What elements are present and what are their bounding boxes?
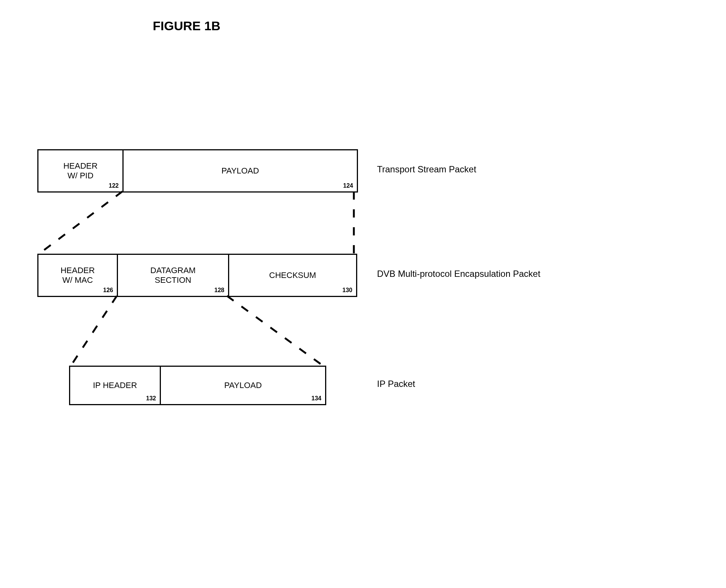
svg-line-3: [227, 296, 323, 366]
box-header-pid: HEADER W/ PID 122: [37, 149, 124, 193]
svg-line-2: [71, 296, 117, 366]
box-text: CHECKSUM: [269, 270, 316, 280]
ref-number: 128: [214, 287, 224, 294]
ref-number: 130: [342, 287, 352, 294]
box-text: IP HEADER: [93, 381, 137, 390]
box-text: DATAGRAM SECTION: [150, 266, 196, 285]
row-transport-stream: HEADER W/ PID 122 PAYLOAD 124: [37, 149, 358, 193]
ref-number: 122: [109, 182, 119, 189]
row-label-ip: IP Packet: [377, 379, 415, 389]
figure-title: FIGURE 1B: [0, 19, 373, 33]
box-checksum: CHECKSUM 130: [229, 254, 357, 297]
box-text: PAYLOAD: [224, 381, 262, 390]
row-label-ts: Transport Stream Packet: [377, 164, 476, 175]
ref-number: 132: [146, 395, 156, 402]
box-text: PAYLOAD: [221, 166, 259, 176]
ref-number: 126: [103, 287, 113, 294]
svg-line-0: [39, 191, 122, 254]
box-header-mac: HEADER W/ MAC 126: [37, 254, 118, 297]
row-label-dvb: DVB Multi-protocol Encapsulation Packet: [377, 269, 540, 279]
box-ip-payload: PAYLOAD 134: [161, 366, 326, 405]
row-dvb-mpe: HEADER W/ MAC 126 DATAGRAM SECTION 128 C…: [37, 254, 357, 297]
row-ip-packet: IP HEADER 132 PAYLOAD 134: [69, 366, 326, 405]
box-payload-ts: PAYLOAD 124: [124, 149, 358, 193]
box-text: HEADER W/ MAC: [60, 266, 95, 285]
box-ip-header: IP HEADER 132: [69, 366, 161, 405]
box-datagram: DATAGRAM SECTION 128: [118, 254, 229, 297]
ref-number: 124: [343, 182, 353, 189]
box-text: HEADER W/ PID: [63, 161, 98, 181]
ref-number: 134: [311, 395, 321, 402]
